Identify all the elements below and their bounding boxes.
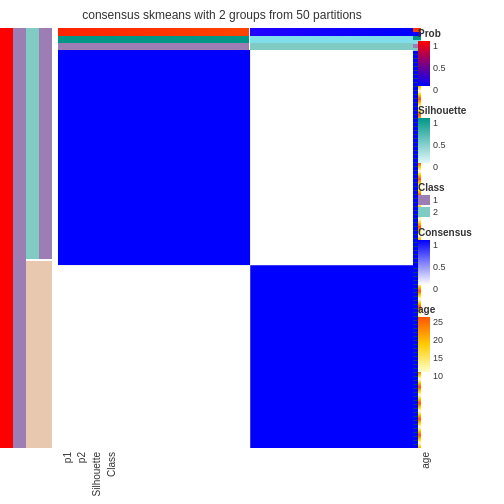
prob-gradient [418,41,430,86]
silhouette-gradient [418,118,430,163]
legend-age: age 25 20 15 10 [418,304,504,381]
label-p1: p1 [62,452,73,463]
consensus-labels: 1 0.5 0 [433,240,446,294]
legend-silhouette-title: Silhouette [418,105,504,116]
legend-class-item-1: 1 [418,195,504,205]
chart-title: consensus skmeans with 2 groups from 50 … [60,8,384,22]
legend-class-item-2: 2 [418,207,504,217]
heatmap-area [58,28,413,448]
age-labels: 25 20 15 10 [433,317,443,381]
legend-prob-title: Prob [418,28,504,39]
left-bar-p2 [13,28,26,448]
prob-labels: 1 0.5 0 [433,41,446,95]
left-annotation-bars [0,28,58,448]
class-2-label: 2 [433,207,438,217]
label-class: Class [106,452,117,477]
legend-age-title: age [418,304,504,315]
left-bar-p1 [0,28,13,448]
class-1-label: 1 [433,195,438,205]
label-p2: p2 [76,452,87,463]
legend-consensus: Consensus 1 0.5 0 [418,227,504,294]
top-annotation [58,28,413,36]
legend-prob: Prob 1 0.5 0 [418,28,504,95]
class-strip [58,43,413,50]
left-bar-silhouette [26,28,39,448]
heatmap-main [58,50,413,448]
legend-consensus-title: Consensus [418,227,504,238]
consensus-gradient [418,240,430,285]
legend-panel: Prob 1 0.5 0 Silhouette 1 0.5 0 [418,28,504,488]
silhouette-labels: 1 0.5 0 [433,118,446,172]
legend-silhouette: Silhouette 1 0.5 0 [418,105,504,172]
legend-class: Class 1 2 [418,182,504,217]
left-bar-class [39,28,52,448]
silhouette-strip [58,36,413,43]
class-2-swatch [418,207,430,217]
label-silhouette: Silhouette [91,452,102,496]
age-gradient [418,317,430,372]
class-1-swatch [418,195,430,205]
chart-container: consensus skmeans with 2 groups from 50 … [0,0,504,504]
legend-class-title: Class [418,182,504,193]
